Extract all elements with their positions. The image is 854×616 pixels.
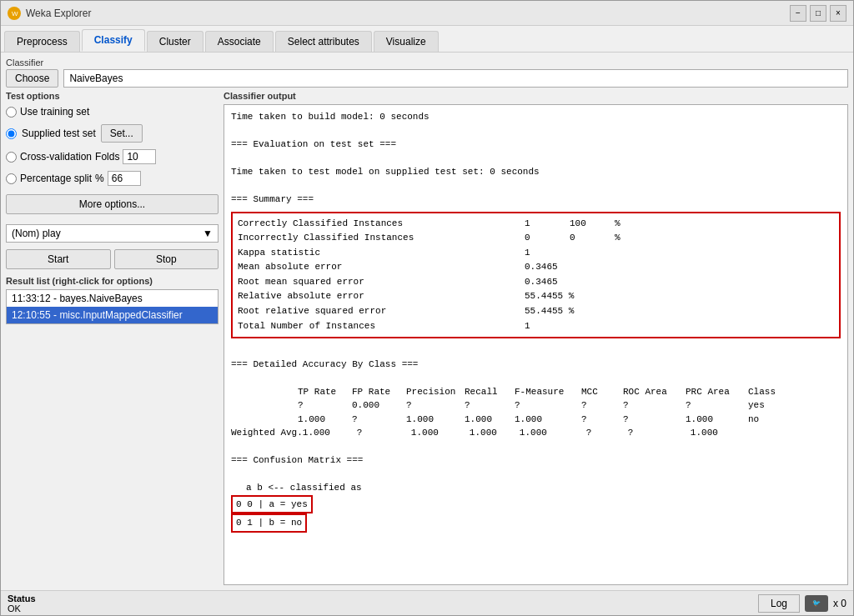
cross-validation-label: Cross-validation [20,151,92,163]
weighted-avg-label: Weighted Avg. [231,426,303,440]
total-instances-value: 1 [525,319,530,334]
summary-row-3: Kappa statistic 1 [238,246,834,261]
supplied-test-set-label: Supplied test set [22,128,96,139]
result-list: 11:33:12 - bayes.NaiveBayes 12:10:55 - m… [6,289,219,324]
close-button[interactable]: × [830,5,846,22]
output-line3: === Evaluation on test set === [231,138,841,152]
minimize-button[interactable]: − [790,5,806,22]
supplied-test-set-option[interactable]: Supplied test set Set... [6,123,219,144]
row2-tp: 1.000 [298,413,352,427]
row2-mcc: ? [581,413,623,427]
w-fp: ? [357,426,411,440]
tab-classify[interactable]: Classify [82,29,145,52]
folds-input[interactable] [123,149,156,164]
row1-fmeasure: ? [515,398,581,413]
tab-associate[interactable]: Associate [205,31,274,52]
choose-button[interactable]: Choose [6,69,58,88]
summary-row-5: Root mean squared error 0.3465 [238,275,834,290]
result-list-label: Result list (right-click for options) [6,276,219,286]
header-roc-area: ROC Area [623,385,686,399]
main-content: Classifier Choose NaiveBayes Test option… [1,53,853,590]
status-label: Status [8,593,36,603]
percentage-split-radio[interactable] [6,173,17,184]
confusion-matrix-header: === Confusion Matrix === [231,453,841,468]
percentage-split-option[interactable]: Percentage split % [6,169,219,188]
use-training-set-radio[interactable] [6,107,17,118]
confusion-row1-container: 0 0 | a = yes [231,495,841,514]
percent-symbol: % [95,173,104,184]
w-precision: 1.000 [411,426,470,440]
maximize-button[interactable]: □ [810,5,826,22]
title-bar: W Weka Explorer − □ × [1,1,853,26]
row2-class: no [748,413,759,427]
output-area[interactable]: Time taken to build model: 0 seconds ===… [224,104,848,585]
header-f-measure: F-Measure [515,385,581,399]
incorrectly-classified-label: Incorrectly Classified Instances [238,231,521,246]
log-button[interactable]: Log [758,594,800,613]
accuracy-row2: 1.000 ? 1.000 1.000 1.000 ? ? 1.000 no [231,413,841,427]
tab-cluster[interactable]: Cluster [147,31,203,52]
nom-play-dropdown[interactable]: (Nom) play ▼ [6,224,219,243]
more-options-button[interactable]: More options... [6,194,219,214]
row1-tp: ? [298,398,352,413]
accuracy-weighted-row: Weighted Avg. 1.000 ? 1.000 1.000 1.000 … [231,426,841,440]
title-bar-left: W Weka Explorer [8,7,91,20]
supplied-test-set-radio[interactable] [6,128,17,139]
summary-box: Correctly Classified Instances 1 100 % I… [231,212,841,339]
row1-precision: ? [406,398,465,413]
correctly-classified-label: Correctly Classified Instances [238,217,521,232]
w-recall: 1.000 [470,426,520,440]
percentage-split-label: Percentage split [20,173,92,184]
mean-abs-value: 0.3465 [525,260,558,275]
summary-row-4: Mean absolute error 0.3465 [238,260,834,275]
stop-button[interactable]: Stop [114,249,219,269]
row2-precision: 1.000 [406,413,465,427]
tab-visualize[interactable]: Visualize [374,31,439,52]
result-item-1[interactable]: 11:33:12 - bayes.NaiveBayes [7,290,218,307]
w-fmeasure: 1.000 [520,426,586,440]
status-left: Status OK [8,593,36,613]
main-window: W Weka Explorer − □ × Preprocess Classif… [0,0,854,616]
row2-fp: ? [352,413,406,427]
root-mean-label: Root mean squared error [238,275,521,290]
app-icon: W [8,7,21,20]
correctly-classified-pct: % [615,217,620,232]
summary-row-8: Total Number of Instances 1 [238,319,834,334]
root-rel-value: 55.4455 % [525,304,574,319]
status-right: Log 🐦 x 0 [758,594,846,613]
header-precision: Precision [406,385,465,399]
set-button[interactable]: Set... [101,124,143,143]
header-tp-rate: TP Rate [298,385,352,399]
kappa-label: Kappa statistic [238,246,521,261]
window-title: Weka Explorer [26,8,91,19]
result-item-2[interactable]: 12:10:55 - misc.InputMappedClassifier [7,307,218,323]
accuracy-header-row: TP Rate FP Rate Precision Recall F-Measu… [231,385,841,399]
summary-row-2: Incorrectly Classified Instances 0 0 % [238,231,834,246]
w-tp: 1.000 [303,426,357,440]
tab-preprocess[interactable]: Preprocess [4,31,80,52]
percent-input[interactable] [108,171,141,186]
accuracy-row1: ? 0.000 ? ? ? ? ? ? yes [231,398,841,413]
confusion-row1-box: 0 0 | a = yes [231,495,313,514]
classifier-name-field[interactable]: NaiveBayes [63,69,848,88]
svg-text:W: W [12,10,18,18]
rel-abs-label: Relative absolute error [238,289,521,304]
status-value: OK [8,603,36,613]
result-list-container: ➤ 11:33:12 - bayes.NaiveBayes 12:10:55 -… [6,289,219,585]
cross-validation-option[interactable]: Cross-validation Folds [6,148,219,166]
start-button[interactable]: Start [6,249,111,269]
row2-prc: 1.000 [686,413,748,427]
right-panel: Classifier output Time taken to build mo… [224,91,848,585]
row1-prc: ? [686,398,748,413]
row2-recall: 1.000 [465,413,515,427]
accuracy-table-container: TP Rate FP Rate Precision Recall F-Measu… [231,385,841,440]
cross-validation-radio[interactable] [6,152,17,163]
row1-mcc: ? [581,398,623,413]
start-stop-row: Start Stop [6,249,219,269]
header-recall: Recall [465,385,515,399]
header-fp-rate: FP Rate [352,385,406,399]
classifier-row: Choose NaiveBayes [6,69,848,88]
tab-select-attributes[interactable]: Select attributes [275,31,372,52]
kappa-value: 1 [525,246,530,261]
use-training-set-option[interactable]: Use training set [6,104,219,119]
